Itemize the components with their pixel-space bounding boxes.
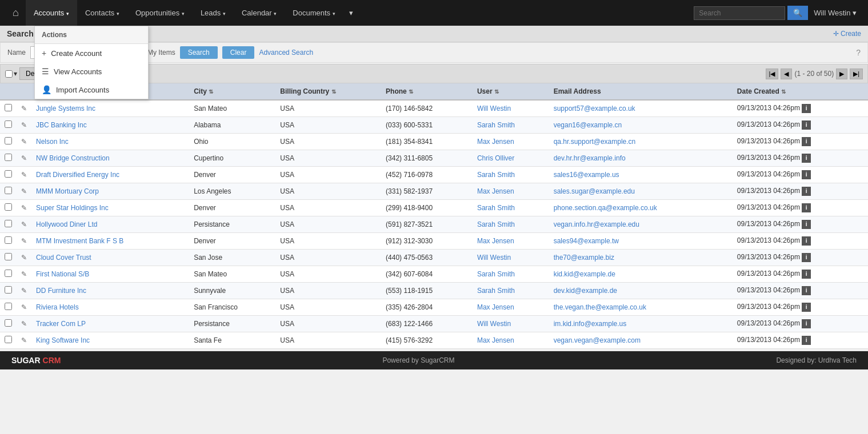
email-link[interactable]: vegan.vegan@example.com bbox=[554, 336, 641, 344]
edit-pencil-icon[interactable]: ✎ bbox=[21, 237, 27, 245]
account-name-link[interactable]: Cloud Cover Trust bbox=[36, 254, 91, 262]
advanced-search-link[interactable]: Advanced Search bbox=[259, 49, 313, 57]
user-link[interactable]: Max Jensen bbox=[477, 303, 514, 311]
edit-pencil-icon[interactable]: ✎ bbox=[21, 187, 27, 195]
nav-more-button[interactable]: ▾ bbox=[343, 0, 359, 26]
nav-calendar[interactable]: Calendar ▾ bbox=[234, 0, 285, 26]
email-link[interactable]: vegan16@example.cn bbox=[554, 121, 622, 129]
global-search-input[interactable] bbox=[694, 6, 785, 20]
next-page-button[interactable]: ▶ bbox=[836, 69, 847, 79]
edit-pencil-icon[interactable]: ✎ bbox=[21, 303, 27, 311]
account-name-link[interactable]: MMM Mortuary Corp bbox=[36, 187, 99, 195]
row-checkbox[interactable] bbox=[5, 137, 12, 144]
email-link[interactable]: the70@example.biz bbox=[554, 254, 614, 262]
user-link[interactable]: Will Westin bbox=[477, 254, 511, 262]
account-name-link[interactable]: First National S/B bbox=[36, 270, 89, 278]
account-name-link[interactable]: Jungle Systems Inc bbox=[36, 105, 95, 112]
edit-pencil-icon[interactable]: ✎ bbox=[21, 138, 27, 146]
select-dropdown-arrow[interactable]: ▾ bbox=[14, 70, 17, 78]
nav-documents[interactable]: Documents ▾ bbox=[285, 0, 343, 26]
row-checkbox[interactable] bbox=[5, 253, 12, 260]
row-checkbox[interactable] bbox=[5, 187, 12, 194]
user-link[interactable]: Max Jensen bbox=[477, 187, 514, 195]
global-search-button[interactable]: 🔍 bbox=[787, 6, 808, 20]
info-icon[interactable]: i bbox=[802, 170, 811, 179]
info-icon[interactable]: i bbox=[802, 187, 811, 196]
account-name-link[interactable]: Tracker Com LP bbox=[36, 320, 86, 328]
edit-pencil-icon[interactable]: ✎ bbox=[21, 121, 27, 129]
col-header-city[interactable]: City ⇅ bbox=[189, 83, 275, 100]
user-link[interactable]: Will Westin bbox=[477, 320, 511, 328]
row-checkbox[interactable] bbox=[5, 220, 12, 227]
row-checkbox[interactable] bbox=[5, 270, 12, 277]
user-link[interactable]: Sarah Smith bbox=[477, 270, 515, 278]
user-link[interactable]: Max Jensen bbox=[477, 138, 514, 146]
email-link[interactable]: sales94@example.tw bbox=[554, 237, 619, 245]
edit-pencil-icon[interactable]: ✎ bbox=[21, 287, 27, 295]
edit-pencil-icon[interactable]: ✎ bbox=[21, 336, 27, 344]
nav-accounts[interactable]: Accounts ▾ bbox=[26, 0, 77, 26]
edit-pencil-icon[interactable]: ✎ bbox=[21, 270, 27, 278]
row-checkbox[interactable] bbox=[5, 286, 12, 294]
edit-pencil-icon[interactable]: ✎ bbox=[21, 254, 27, 262]
home-icon[interactable]: ⌂ bbox=[6, 7, 26, 19]
user-link[interactable]: Will Westin bbox=[477, 105, 511, 112]
row-checkbox[interactable] bbox=[5, 104, 12, 111]
account-name-link[interactable]: JBC Banking Inc bbox=[36, 121, 87, 129]
account-name-link[interactable]: NW Bridge Construction bbox=[36, 154, 110, 162]
account-name-link[interactable]: Riviera Hotels bbox=[36, 303, 79, 311]
user-link[interactable]: Sarah Smith bbox=[477, 220, 515, 228]
account-name-link[interactable]: Draft Diversified Energy Inc bbox=[36, 171, 119, 179]
info-icon[interactable]: i bbox=[802, 303, 811, 312]
search-button[interactable]: Search bbox=[180, 46, 218, 59]
user-link[interactable]: Sarah Smith bbox=[477, 171, 515, 179]
select-all-checkbox[interactable] bbox=[5, 70, 13, 78]
row-checkbox[interactable] bbox=[5, 120, 12, 128]
edit-pencil-icon[interactable]: ✎ bbox=[21, 105, 27, 112]
edit-pencil-icon[interactable]: ✎ bbox=[21, 204, 27, 212]
first-page-button[interactable]: |◀ bbox=[766, 69, 779, 79]
col-header-billing-country[interactable]: Billing Country ⇅ bbox=[275, 83, 381, 100]
row-checkbox[interactable] bbox=[5, 303, 12, 310]
email-link[interactable]: phone.section.qa@example.co.uk bbox=[554, 204, 657, 212]
account-name-link[interactable]: DD Furniture Inc bbox=[36, 287, 86, 295]
info-icon[interactable]: i bbox=[802, 137, 811, 146]
info-icon[interactable]: i bbox=[802, 203, 811, 212]
row-checkbox[interactable] bbox=[5, 170, 12, 178]
clear-button[interactable]: Clear bbox=[222, 46, 255, 59]
row-checkbox[interactable] bbox=[5, 319, 12, 327]
info-icon[interactable]: i bbox=[802, 220, 811, 229]
help-icon[interactable]: ? bbox=[856, 48, 861, 57]
col-header-user[interactable]: User ⇅ bbox=[473, 83, 549, 100]
nav-contacts[interactable]: Contacts ▾ bbox=[77, 0, 127, 26]
info-icon[interactable]: i bbox=[802, 154, 811, 163]
user-link[interactable]: Max Jensen bbox=[477, 336, 514, 344]
email-link[interactable]: im.kid.info@example.us bbox=[554, 320, 627, 328]
view-accounts-menu-item[interactable]: ☰ View Accounts bbox=[35, 62, 148, 81]
email-link[interactable]: support57@example.co.uk bbox=[554, 105, 635, 112]
info-icon[interactable]: i bbox=[802, 286, 811, 295]
email-link[interactable]: vegan.info.hr@example.edu bbox=[554, 220, 639, 228]
nav-opportunities[interactable]: Opportunities ▾ bbox=[127, 0, 193, 26]
edit-pencil-icon[interactable]: ✎ bbox=[21, 154, 27, 162]
row-checkbox[interactable] bbox=[5, 203, 12, 211]
info-icon[interactable]: i bbox=[802, 104, 811, 113]
info-icon[interactable]: i bbox=[802, 270, 811, 279]
info-icon[interactable]: i bbox=[802, 319, 811, 328]
create-link[interactable]: ✛ Create bbox=[833, 30, 861, 38]
email-link[interactable]: the.vegan.the@example.co.uk bbox=[554, 303, 646, 311]
row-checkbox[interactable] bbox=[5, 154, 12, 161]
account-name-link[interactable]: MTM Investment Bank F S B bbox=[36, 237, 123, 245]
prev-page-button[interactable]: ◀ bbox=[781, 69, 792, 79]
account-name-link[interactable]: King Software Inc bbox=[36, 336, 90, 344]
email-link[interactable]: sales.sugar@example.edu bbox=[554, 187, 635, 195]
info-icon[interactable]: i bbox=[802, 336, 811, 345]
user-link[interactable]: Max Jensen bbox=[477, 237, 514, 245]
col-header-date-created[interactable]: Date Created ⇅ bbox=[733, 83, 868, 100]
info-icon[interactable]: i bbox=[802, 236, 811, 246]
edit-pencil-icon[interactable]: ✎ bbox=[21, 320, 27, 328]
col-header-phone[interactable]: Phone ⇅ bbox=[381, 83, 473, 100]
email-link[interactable]: dev.hr.hr@example.info bbox=[554, 154, 626, 162]
user-link[interactable]: Sarah Smith bbox=[477, 121, 515, 129]
account-name-link[interactable]: Super Star Holdings Inc bbox=[36, 204, 109, 212]
